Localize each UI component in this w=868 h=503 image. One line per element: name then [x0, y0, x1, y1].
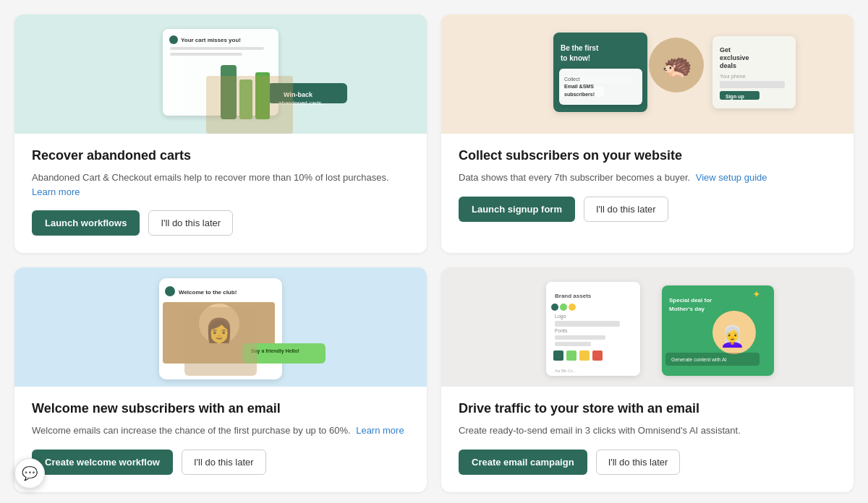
card-actions-collect-subscribers: Launch signup form I'll do this later	[459, 197, 836, 222]
view-setup-guide-link[interactable]: View setup guide	[696, 172, 767, 183]
svg-text:👩‍🦳: 👩‍🦳	[720, 324, 745, 348]
card-desc-drive-traffic: Create ready-to-send email in 3 clicks w…	[459, 424, 836, 438]
svg-text:🦔: 🦔	[662, 51, 693, 80]
do-later-button-0[interactable]: I'll do this later	[148, 210, 233, 236]
card-desc-abandoned-carts: Abandoned Cart & Checkout emails help to…	[32, 171, 409, 199]
cards-grid: Your cart misses you! Win-back abandoned…	[14, 14, 854, 492]
svg-rect-5	[170, 53, 242, 56]
card-body-collect-subscribers: Collect subscribers on your website Data…	[441, 134, 854, 239]
svg-text:Your cart misses you!: Your cart misses you!	[181, 37, 241, 43]
svg-text:✦: ✦	[752, 288, 761, 300]
svg-text:Mother's day: Mother's day	[669, 306, 705, 312]
svg-point-37	[165, 286, 175, 296]
card-body-drive-traffic: Drive traffic to your store with an emai…	[441, 387, 854, 492]
svg-text:Generate content with AI: Generate content with AI	[671, 357, 727, 362]
svg-text:Your phone: Your phone	[720, 74, 746, 79]
learn-more-link-2[interactable]: Learn more	[356, 425, 404, 436]
chat-fab-button[interactable]: 💬	[14, 458, 45, 489]
card-image-abandoned-carts: Your cart misses you! Win-back abandoned…	[14, 14, 427, 134]
svg-rect-4	[170, 47, 264, 50]
svg-text:Brand assets: Brand assets	[555, 293, 592, 299]
card-title-welcome-subscribers: Welcome new subscribers with an email	[32, 401, 409, 416]
launch-signup-form-button[interactable]: Launch signup form	[459, 197, 575, 222]
card-actions-welcome-subscribers: Create welcome workflow I'll do this lat…	[32, 450, 409, 475]
svg-text:to know!: to know!	[561, 54, 590, 62]
svg-point-48	[551, 304, 558, 311]
create-welcome-workflow-button[interactable]: Create welcome workflow	[32, 450, 173, 475]
do-later-button-1[interactable]: I'll do this later	[584, 197, 668, 222]
do-later-button-3[interactable]: I'll do this later	[596, 450, 681, 475]
svg-text:subscribers!: subscribers!	[564, 92, 595, 97]
svg-rect-66	[579, 351, 590, 361]
card-title-drive-traffic: Drive traffic to your store with an emai…	[459, 401, 836, 416]
card-desc-collect-subscribers: Data shows that every 7th subscriber bec…	[459, 171, 836, 185]
card-collect-subscribers: Be the first to know! Your email Sign up…	[441, 14, 854, 253]
svg-text:Logo: Logo	[555, 314, 566, 319]
card-title-abandoned-carts: Recover abandoned carts	[32, 148, 409, 163]
card-abandoned-carts: Your cart misses you! Win-back abandoned…	[14, 14, 427, 253]
svg-point-49	[560, 304, 567, 311]
chat-icon: 💬	[22, 465, 38, 481]
launch-workflows-button[interactable]: Launch workflows	[32, 210, 140, 236]
learn-more-link-0[interactable]: Learn more	[32, 186, 80, 197]
card-drive-traffic: Brand assets Logo Fonts Special deal for…	[441, 267, 854, 492]
svg-text:Email &SMS: Email &SMS	[564, 84, 594, 89]
svg-rect-44	[184, 307, 257, 376]
svg-rect-67	[592, 351, 603, 361]
svg-text:Say a friendly Hello!: Say a friendly Hello!	[251, 348, 299, 354]
svg-rect-64	[553, 351, 563, 361]
svg-text:Fonts: Fonts	[555, 328, 568, 333]
svg-text:Welcome to the club!: Welcome to the club!	[179, 289, 237, 296]
svg-rect-45	[452, 267, 843, 387]
card-actions-abandoned-carts: Launch workflows I'll do this later	[32, 210, 409, 236]
svg-point-2	[169, 35, 178, 44]
svg-text:Get: Get	[720, 46, 731, 53]
svg-rect-52	[555, 321, 620, 327]
svg-text:Aa Bb Cc...: Aa Bb Cc...	[555, 369, 577, 373]
svg-rect-65	[566, 351, 576, 361]
svg-rect-54	[555, 335, 605, 340]
create-email-campaign-button[interactable]: Create email campaign	[459, 450, 587, 475]
svg-rect-28	[720, 81, 785, 88]
svg-text:Special deal for: Special deal for	[669, 297, 712, 304]
card-title-collect-subscribers: Collect subscribers on your website	[459, 148, 836, 163]
card-image-welcome-subscribers: Welcome to the club! 👩 Say a friendly He…	[14, 267, 427, 387]
card-body-welcome-subscribers: Welcome new subscribers with an email We…	[14, 387, 427, 492]
svg-text:deals: deals	[720, 62, 736, 69]
card-image-drive-traffic: Brand assets Logo Fonts Special deal for…	[441, 267, 854, 387]
card-image-collect-subscribers: Be the first to know! Your email Sign up…	[441, 14, 854, 134]
svg-rect-55	[555, 342, 591, 346]
svg-text:exclusive: exclusive	[720, 54, 749, 61]
svg-rect-12	[206, 76, 293, 134]
card-welcome-subscribers: Welcome to the club! 👩 Say a friendly He…	[14, 267, 427, 492]
svg-text:Sign up: Sign up	[726, 94, 744, 100]
card-actions-drive-traffic: Create email campaign I'll do this later	[459, 450, 836, 475]
do-later-button-2[interactable]: I'll do this later	[182, 450, 266, 475]
card-desc-welcome-subscribers: Welcome emails can increase the chance o…	[32, 424, 409, 438]
card-body-abandoned-carts: Recover abandoned carts Abandoned Cart &…	[14, 134, 427, 253]
svg-text:Collect: Collect	[564, 77, 579, 82]
svg-point-50	[569, 304, 576, 311]
svg-text:Be the first: Be the first	[561, 44, 599, 52]
